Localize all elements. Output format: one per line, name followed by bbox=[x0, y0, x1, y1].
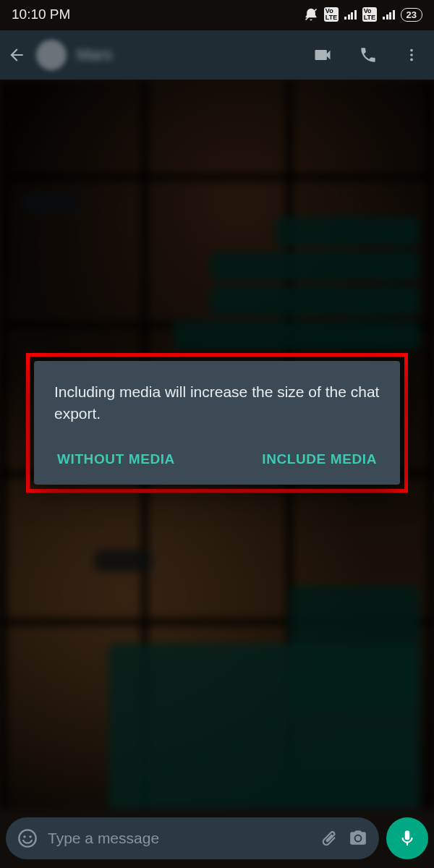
svg-point-2 bbox=[410, 54, 413, 56]
mic-button[interactable] bbox=[386, 817, 428, 859]
status-time: 10:10 PM bbox=[12, 7, 70, 22]
signal-icon-2 bbox=[383, 9, 395, 20]
status-right: VoLTE VoLTE 23 bbox=[304, 7, 422, 22]
volte-badge-1: VoLTE bbox=[324, 7, 339, 22]
camera-icon[interactable] bbox=[349, 829, 367, 848]
input-pill[interactable] bbox=[6, 817, 379, 859]
svg-point-6 bbox=[29, 835, 32, 838]
mic-icon bbox=[398, 829, 417, 848]
export-chat-dialog: Including media will increase the size o… bbox=[34, 361, 400, 485]
svg-point-4 bbox=[19, 830, 35, 846]
voice-call-icon[interactable] bbox=[359, 46, 378, 64]
emoji-icon[interactable] bbox=[17, 828, 38, 848]
dialog-highlight-box: Including media will increase the size o… bbox=[26, 353, 408, 493]
dnd-icon bbox=[304, 7, 318, 22]
volte-badge-2: VoLTE bbox=[362, 7, 377, 22]
svg-point-5 bbox=[23, 835, 26, 838]
dialog-actions: WITHOUT MEDIA INCLUDE MEDIA bbox=[54, 446, 380, 473]
dialog-message: Including media will increase the size o… bbox=[54, 381, 380, 425]
more-icon[interactable] bbox=[404, 47, 420, 63]
message-input-bar bbox=[6, 817, 428, 859]
message-input[interactable] bbox=[48, 830, 310, 847]
video-call-icon[interactable] bbox=[312, 45, 333, 65]
back-icon[interactable] bbox=[7, 46, 26, 64]
chat-header: Mars bbox=[0, 30, 434, 80]
signal-icon-1 bbox=[344, 9, 357, 20]
include-media-button[interactable]: INCLUDE MEDIA bbox=[259, 446, 380, 473]
svg-point-3 bbox=[410, 59, 413, 61]
svg-point-1 bbox=[410, 49, 413, 52]
attachment-icon[interactable] bbox=[320, 829, 339, 848]
without-media-button[interactable]: WITHOUT MEDIA bbox=[54, 446, 178, 473]
contact-name[interactable]: Mars bbox=[77, 46, 302, 64]
status-bar: 10:10 PM VoLTE VoLTE 23 bbox=[0, 0, 434, 29]
avatar[interactable] bbox=[36, 40, 67, 70]
battery-indicator: 23 bbox=[401, 8, 422, 22]
phone-screen: 10:10 PM VoLTE VoLTE 23 Mars bbox=[0, 0, 434, 868]
